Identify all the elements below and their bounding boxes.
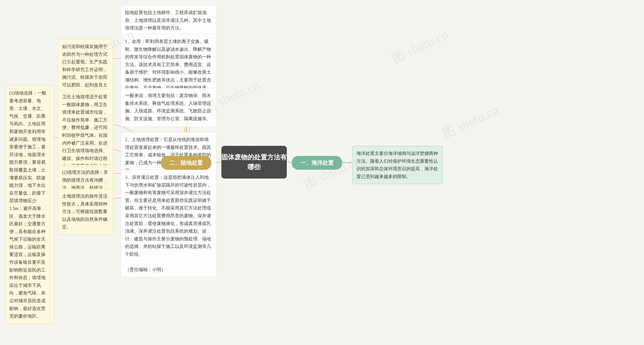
- svg-line-1: [287, 162, 292, 163]
- branch-ocean: 一、海洋处置: [292, 156, 342, 170]
- land-content-landfill-components: 一般来说，填埋主要包括：废弃物坝、雨水集排水系统、释放气处理系统、入场管理设施、…: [121, 88, 216, 127]
- ocean-content-box: 海洋处置主要分海洋倾倒与远洋焚烧两种方法。随着人们对保护环境生态重要性认识的加深…: [352, 146, 443, 184]
- branch-land: 二、陆地处置: [161, 156, 211, 170]
- watermark-4: 图 shutu.cn: [389, 26, 451, 67]
- land-content-flexibility: 土地填埋法的操作灵活性较大，具体采用何种方法，可根据垃圾数量以及场地的自然条件确…: [58, 189, 113, 235]
- watermark-5: 图 shutu.cn: [439, 101, 501, 143]
- land-content-site-selection: (1)场地选择：一般要考虑容量、地形、土壤、水文、气候、交通、距离与风向。土地征…: [5, 85, 54, 324]
- land-content-deep-well: 3、深井灌注处置：这是指把液体注入到地下与饮用水和矿脉层隔开的可渗性岩层内，一般…: [121, 170, 216, 277]
- land-content-top1: 陆地处置包括土地耕作、工程库或贮留池存、土地填埋以及深井灌注几种。其中土地填埋法…: [121, 5, 216, 36]
- central-node: 固体废物的处置方法有哪些: [221, 146, 287, 179]
